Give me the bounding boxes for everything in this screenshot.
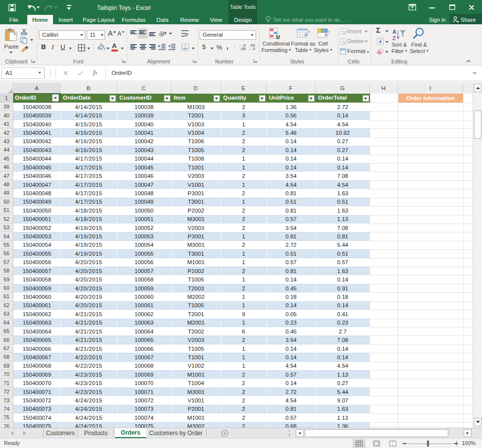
svg-text:A: A xyxy=(392,29,396,35)
svg-text:Z: Z xyxy=(392,35,396,41)
